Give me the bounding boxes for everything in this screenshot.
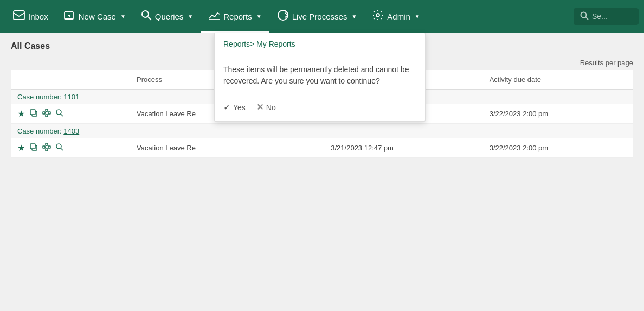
svg-line-3 bbox=[148, 17, 151, 20]
x-icon: ✕ bbox=[256, 102, 263, 112]
queries-caret: ▼ bbox=[188, 14, 193, 20]
no-label: No bbox=[266, 103, 276, 112]
svg-line-20 bbox=[61, 114, 63, 116]
check-icon: ✓ bbox=[223, 102, 230, 112]
search-case-icon-2[interactable] bbox=[55, 143, 64, 153]
new-case-caret: ▼ bbox=[120, 14, 126, 20]
nav-item-queries[interactable]: Queries ▼ bbox=[133, 0, 201, 33]
process-text-2: Vacation Leave Re bbox=[130, 138, 281, 158]
nav-item-admin[interactable]: Admin ▼ bbox=[364, 0, 427, 33]
results-per-page-label: Results per page bbox=[580, 59, 633, 67]
admin-caret: ▼ bbox=[415, 14, 420, 20]
svg-point-31 bbox=[56, 144, 61, 149]
action-icons-2: ★ bbox=[17, 143, 124, 153]
table-row: ★ bbox=[11, 138, 633, 158]
nav-label-reports: Reports bbox=[223, 12, 252, 21]
col-actions bbox=[11, 70, 130, 90]
copy-icon-2[interactable] bbox=[29, 143, 38, 153]
svg-point-7 bbox=[581, 12, 587, 17]
live-processes-caret: ▼ bbox=[351, 14, 357, 20]
nav-label-live-processes: Live Processes bbox=[292, 12, 347, 21]
yes-button[interactable]: ✓ Yes bbox=[223, 102, 246, 112]
svg-line-8 bbox=[586, 17, 589, 20]
dropdown-actions: ✓ Yes ✕ No bbox=[215, 96, 425, 121]
delete-warning-text: These items will be permanently deleted … bbox=[223, 65, 409, 85]
no-button[interactable]: ✕ No bbox=[256, 102, 276, 112]
nav-item-inbox[interactable]: Inbox bbox=[5, 0, 56, 33]
queries-search-icon bbox=[141, 10, 152, 23]
nav-item-live-processes[interactable]: Live Processes ▼ bbox=[269, 0, 365, 33]
case-number-link-1[interactable]: 1101 bbox=[63, 93, 79, 101]
breadcrumb-text: Reports> My Reports bbox=[223, 40, 295, 48]
star-icon-1[interactable]: ★ bbox=[17, 109, 25, 119]
svg-rect-0 bbox=[14, 11, 24, 20]
nav-item-new-case[interactable]: New Case ▼ bbox=[56, 0, 133, 33]
svg-rect-22 bbox=[30, 144, 35, 149]
svg-line-32 bbox=[61, 148, 63, 150]
yes-label: Yes bbox=[233, 103, 246, 112]
svg-point-19 bbox=[56, 110, 61, 115]
inbox-icon bbox=[13, 10, 25, 23]
live-processes-icon bbox=[277, 9, 289, 24]
case-number-link-2[interactable]: 1403 bbox=[63, 127, 79, 135]
search-bar-icon bbox=[580, 11, 589, 22]
reports-icon bbox=[208, 10, 220, 23]
svg-rect-26 bbox=[48, 146, 50, 148]
search-bar[interactable]: Se... bbox=[574, 8, 639, 25]
new-case-icon bbox=[63, 10, 75, 23]
admin-gear-icon bbox=[372, 9, 384, 24]
col-activity-due: Activity due date bbox=[483, 70, 633, 90]
copy-icon-1[interactable] bbox=[29, 109, 38, 119]
nav-item-reports[interactable]: Reports ▼ bbox=[201, 0, 269, 33]
activity-due-2: 3/22/2023 2:00 pm bbox=[483, 138, 633, 158]
svg-rect-23 bbox=[43, 146, 45, 148]
reports-caret: ▼ bbox=[256, 14, 262, 20]
svg-rect-14 bbox=[48, 112, 50, 114]
search-case-icon-1[interactable] bbox=[55, 109, 64, 119]
reports-dropdown: Reports> My Reports These items will be … bbox=[214, 33, 426, 122]
action-icons-1: ★ bbox=[17, 109, 124, 119]
dropdown-breadcrumb: Reports> My Reports bbox=[215, 33, 425, 55]
dropdown-message: These items will be permanently deleted … bbox=[215, 55, 425, 96]
navbar: Inbox New Case ▼ Queries ▼ bbox=[0, 0, 644, 33]
svg-rect-13 bbox=[46, 115, 48, 117]
search-placeholder: Se... bbox=[592, 12, 608, 21]
activity-due-1: 3/22/2023 2:00 pm bbox=[483, 104, 633, 124]
nav-label-admin: Admin bbox=[387, 12, 410, 21]
nav-label-inbox: Inbox bbox=[28, 12, 48, 21]
svg-point-6 bbox=[376, 14, 379, 17]
svg-rect-25 bbox=[46, 149, 48, 151]
star-icon-2[interactable]: ★ bbox=[17, 143, 25, 153]
svg-rect-11 bbox=[43, 112, 45, 114]
case-label-row-2: Case number: 1403 bbox=[11, 124, 633, 139]
svg-point-2 bbox=[142, 11, 149, 17]
case-label-text-1: Case number: bbox=[17, 93, 63, 101]
nav-label-new-case: New Case bbox=[79, 12, 116, 21]
svg-rect-10 bbox=[30, 110, 35, 115]
svg-rect-24 bbox=[46, 143, 48, 145]
svg-rect-12 bbox=[46, 109, 48, 111]
spacer-2 bbox=[281, 138, 324, 158]
network-icon-1[interactable] bbox=[42, 109, 51, 119]
nav-label-queries: Queries bbox=[155, 12, 184, 21]
case-label-text-2: Case number: bbox=[17, 127, 63, 135]
network-icon-2[interactable] bbox=[42, 143, 51, 153]
creation-date-2: 3/21/2023 12:47 pm bbox=[324, 138, 482, 158]
